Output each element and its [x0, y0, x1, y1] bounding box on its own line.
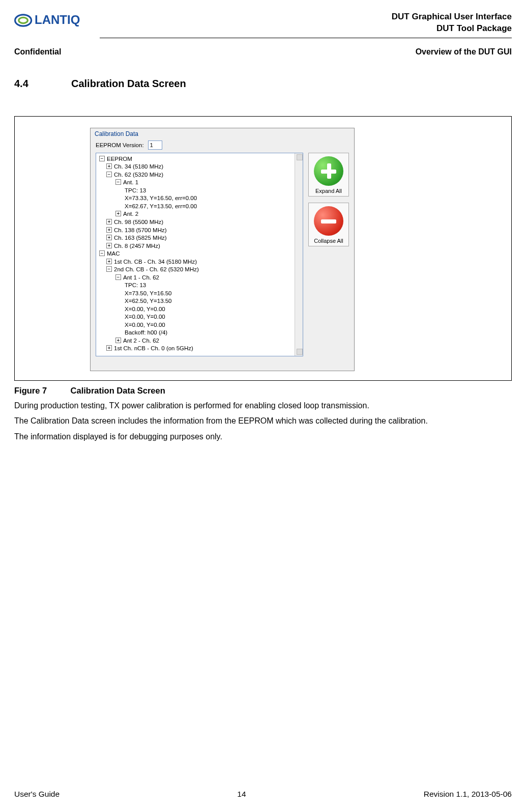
section-heading: 4.4 Calibration Data Screen: [14, 78, 512, 90]
tree-toggle-icon[interactable]: −: [106, 172, 112, 177]
figure-frame: Calibration Data EEPROM Version: −EEPROM…: [14, 116, 512, 381]
tree-toggle-icon[interactable]: +: [106, 219, 112, 225]
tree-leaf: X=73.33, Y=16.50, err=0.00: [125, 195, 197, 201]
tree-leaf: X=0.00, Y=0.00: [125, 306, 165, 312]
svg-point-1: [19, 17, 28, 23]
tree-toggle-icon[interactable]: +: [106, 345, 112, 351]
tree-leaf: X=0.00, Y=0.00: [125, 314, 165, 320]
tree-node[interactable]: Ant. 1: [123, 179, 138, 185]
header-rule: [100, 38, 512, 38]
scrollbar[interactable]: [295, 153, 303, 356]
tree-toggle-icon[interactable]: +: [115, 338, 121, 343]
tree-node[interactable]: Ch. 98 (5500 MHz): [114, 219, 163, 225]
tree-toggle-icon[interactable]: +: [106, 163, 112, 169]
tree-node[interactable]: Ch. 163 (5825 MHz): [114, 235, 167, 241]
tree-leaf: TPC: 13: [125, 187, 146, 193]
eeprom-version-input[interactable]: [148, 141, 162, 150]
tree-node[interactable]: Ch. 62 (5320 MHz): [114, 172, 163, 178]
tree-node[interactable]: 2nd Ch. CB - Ch. 62 (5320 MHz): [114, 266, 199, 272]
tree-node[interactable]: Ant 1 - Ch. 62: [123, 274, 159, 281]
svg-text:LANTIQ: LANTIQ: [35, 13, 80, 26]
tree-leaf: X=0.00, Y=0.00: [125, 322, 165, 328]
svg-point-0: [15, 15, 32, 26]
doc-title-2: DUT Tool Package: [392, 23, 512, 35]
tree-node[interactable]: Ch. 138 (5700 MHz): [114, 227, 167, 233]
tree-leaf: TPC: 13: [125, 282, 146, 288]
tree-node[interactable]: 1st Ch. nCB - Ch. 0 (on 5GHz): [114, 345, 193, 351]
footer-right: Revision 1.1, 2013-05-06: [424, 790, 512, 799]
eeprom-version-label: EEPROM Version:: [96, 142, 144, 148]
page-footer: User's Guide 14 Revision 1.1, 2013-05-06: [14, 790, 512, 799]
tree-leaf: X=73.50, Y=16.50: [125, 290, 172, 296]
collapse-all-label: Collapse All: [309, 238, 348, 244]
tree-toggle-icon[interactable]: +: [106, 243, 112, 248]
paragraph-3: The information displayed is for debuggi…: [14, 432, 512, 442]
collapse-all-button[interactable]: Collapse All: [308, 203, 349, 246]
doc-title-1: DUT Graphical User Interface: [392, 11, 512, 23]
figure-caption: Figure 7 Calibration Data Screen: [14, 386, 512, 396]
tree-toggle-icon[interactable]: −: [99, 250, 105, 256]
tree-toggle-icon[interactable]: +: [106, 227, 112, 233]
side-button-panel: Expand All Collapse All: [308, 153, 349, 356]
logo: LANTIQ: [14, 10, 96, 33]
tree-toggle-icon[interactable]: +: [106, 235, 112, 240]
page: LANTIQ DUT Graphical User Interface DUT …: [0, 0, 526, 812]
panel-title: Calibration Data: [91, 128, 354, 139]
tree-node[interactable]: Ch. 34 (5180 MHz): [114, 163, 163, 170]
plus-icon: [314, 156, 343, 186]
tree-node[interactable]: Ch. 8 (2457 MHz): [114, 243, 160, 249]
paragraph-2: The Calibration Data screen includes the…: [14, 416, 512, 426]
header-bar: LANTIQ DUT Graphical User Interface DUT …: [14, 10, 512, 35]
section-number: 4.4: [14, 78, 71, 90]
section-title: Calibration Data Screen: [71, 78, 186, 90]
tree-leaf: X=62.50, Y=13.50: [125, 298, 172, 304]
eeprom-version-row: EEPROM Version:: [91, 139, 354, 153]
tree-node[interactable]: EEPROM: [107, 156, 132, 162]
tree-leaf: Backoff: h00 (/4): [125, 329, 167, 335]
tree-node[interactable]: 1st Ch. CB - Ch. 34 (5180 MHz): [114, 259, 197, 265]
tree-node[interactable]: MAC: [107, 250, 120, 257]
chapter-label: Overview of the DUT GUI: [416, 47, 512, 57]
expand-all-button[interactable]: Expand All: [308, 153, 349, 197]
tree-node[interactable]: Ant. 2: [123, 211, 138, 217]
confidential-label: Confidential: [14, 47, 61, 57]
tree-toggle-icon[interactable]: +: [115, 211, 121, 216]
sub-header: Confidential Overview of the DUT GUI: [14, 47, 512, 57]
doc-title-block: DUT Graphical User Interface DUT Tool Pa…: [392, 10, 512, 35]
tree-toggle-icon[interactable]: −: [115, 179, 121, 185]
paragraph-1: During production testing, TX power cali…: [14, 401, 512, 411]
tree-toggle-icon[interactable]: +: [106, 259, 112, 264]
tree-toggle-icon[interactable]: −: [115, 274, 121, 280]
app-window: Calibration Data EEPROM Version: −EEPROM…: [90, 128, 355, 371]
tree-node[interactable]: Ant 2 - Ch. 62: [123, 338, 159, 344]
expand-all-label: Expand All: [309, 188, 348, 194]
tree-leaf: X=62.67, Y=13.50, err=0.00: [125, 203, 197, 209]
tree-toggle-icon[interactable]: −: [106, 266, 112, 272]
figure-label: Figure 7: [14, 386, 68, 396]
figure-title: Calibration Data Screen: [71, 386, 165, 395]
footer-left: User's Guide: [14, 790, 60, 799]
calibration-tree[interactable]: −EEPROM +Ch. 34 (5180 MHz) −Ch. 62 (5320…: [96, 153, 303, 356]
footer-page-number: 14: [237, 790, 246, 799]
minus-icon: [314, 206, 343, 236]
tree-toggle-icon[interactable]: −: [99, 156, 105, 161]
